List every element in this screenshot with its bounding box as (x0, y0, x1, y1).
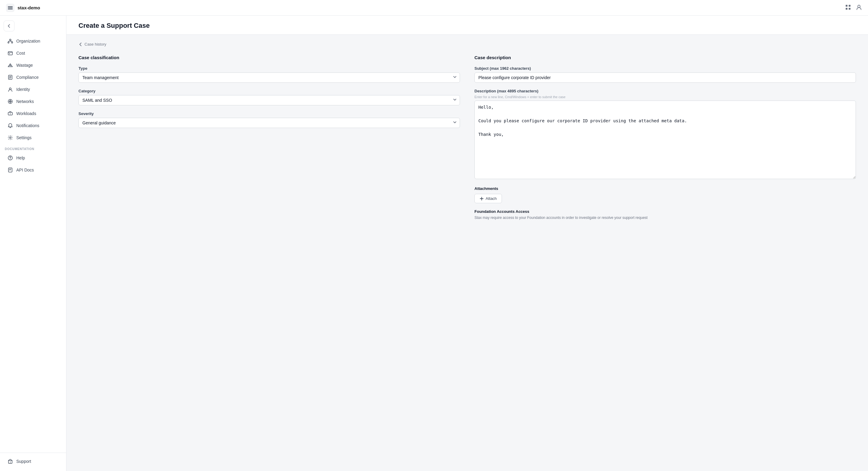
type-select[interactable]: Team management Billing Technical Other (79, 72, 460, 83)
sidebar-item-label: API Docs (16, 168, 34, 172)
page-body: Case history Case classification Type Te… (66, 35, 868, 228)
sidebar-item-label: Compliance (16, 75, 39, 80)
main-content: Create a Support Case Case history Case … (66, 16, 868, 471)
svg-rect-4 (849, 8, 850, 10)
attachments-section: Attachments Attach (474, 186, 856, 203)
identity-icon (7, 86, 13, 92)
sidebar-section-documentation: DOCUMENTATION (0, 144, 66, 152)
back-link[interactable]: Case history (79, 42, 856, 47)
category-label: Category (79, 89, 460, 93)
settings-icon (7, 135, 13, 141)
grid-icon[interactable] (845, 4, 851, 11)
svg-rect-9 (8, 52, 12, 55)
sidebar-item-label: Organization (16, 39, 40, 43)
svg-point-7 (8, 42, 9, 43)
svg-point-18 (10, 159, 10, 160)
type-label: Type (79, 66, 460, 71)
foundation-section: Foundation Accounts Access Stax may requ… (474, 209, 856, 220)
severity-field: Severity General guidance Low Medium Hig… (79, 111, 460, 128)
back-link-label: Case history (85, 42, 106, 47)
severity-select-wrapper: General guidance Low Medium High Critica… (79, 118, 460, 128)
cost-icon (7, 50, 13, 56)
svg-rect-10 (9, 54, 10, 54)
sidebar-item-support[interactable]: Support (2, 455, 64, 467)
sidebar-item-cost[interactable]: Cost (2, 48, 64, 59)
user-icon[interactable] (856, 4, 862, 11)
attach-button[interactable]: Attach (474, 194, 502, 203)
networks-icon (7, 98, 13, 105)
sidebar-back-button[interactable] (4, 21, 14, 31)
page-header: Create a Support Case (66, 16, 868, 35)
form-grid: Case classification Type Team management… (79, 55, 856, 220)
support-icon (7, 458, 13, 464)
sidebar-item-label: Support (16, 459, 31, 464)
app-logo (6, 4, 14, 12)
svg-point-12 (9, 88, 11, 90)
sidebar-item-label: Help (16, 155, 25, 160)
svg-rect-1 (846, 5, 847, 7)
sidebar-item-networks[interactable]: Networks (2, 96, 64, 107)
wastage-icon (7, 62, 13, 68)
severity-select[interactable]: General guidance Low Medium High Critica… (79, 118, 460, 128)
category-field: Category SAML and SSO General Access Oth… (79, 89, 460, 106)
attachments-label: Attachments (474, 186, 856, 191)
svg-point-8 (11, 42, 13, 43)
workloads-icon (7, 111, 13, 117)
api-docs-icon (7, 167, 13, 173)
description-label: Description (max 4895 characters) (474, 89, 856, 93)
classification-section: Case classification Type Team management… (79, 55, 460, 220)
notifications-icon (7, 123, 13, 128)
description-section: Case description Subject (max 1962 chara… (474, 55, 856, 220)
sidebar-item-label: Cost (16, 51, 25, 56)
svg-point-5 (858, 5, 860, 7)
foundation-text: Stax may require access to your Foundati… (474, 215, 856, 220)
description-title: Case description (474, 55, 856, 60)
attach-button-label: Attach (486, 196, 497, 201)
sidebar-item-wastage[interactable]: Wastage (2, 59, 64, 71)
subject-field: Subject (max 1962 characters) (474, 66, 856, 83)
sidebar-item-settings[interactable]: Settings (2, 132, 64, 143)
sidebar-item-api-docs[interactable]: API Docs (2, 164, 64, 176)
svg-rect-3 (846, 8, 847, 10)
layout: Organization Cost Wastage (0, 16, 868, 471)
sidebar-item-label: Wastage (16, 63, 33, 68)
sidebar-item-label: Settings (16, 135, 32, 140)
back-chevron-icon (79, 42, 83, 47)
svg-point-6 (10, 39, 11, 41)
sidebar-item-notifications[interactable]: Notifications (2, 120, 64, 131)
topbar-left: stax-demo (6, 4, 40, 12)
page-title: Create a Support Case (79, 22, 856, 30)
sidebar-item-help[interactable]: Help (2, 152, 64, 164)
sidebar-item-compliance[interactable]: Compliance (2, 71, 64, 83)
sidebar-bottom: Support (0, 452, 66, 467)
plus-icon (479, 197, 484, 201)
subject-input[interactable] (474, 72, 856, 83)
svg-rect-2 (849, 5, 850, 7)
sidebar-item-identity[interactable]: Identity (2, 84, 64, 95)
type-field: Type Team management Billing Technical O… (79, 66, 460, 83)
topbar: stax-demo (0, 0, 868, 16)
description-field: Description (max 4895 characters) Enter … (474, 89, 856, 180)
type-select-wrapper: Team management Billing Technical Other (79, 72, 460, 83)
sidebar-item-workloads[interactable]: Workloads (2, 108, 64, 119)
severity-label: Severity (79, 111, 460, 116)
sidebar-item-organization[interactable]: Organization (2, 35, 64, 47)
sidebar-item-label: Networks (16, 99, 34, 104)
sidebar-item-label: Notifications (16, 123, 39, 128)
foundation-label: Foundation Accounts Access (474, 209, 856, 214)
category-select[interactable]: SAML and SSO General Access Other (79, 95, 460, 106)
sidebar: Organization Cost Wastage (0, 16, 66, 471)
sidebar-item-label: Identity (16, 87, 30, 92)
category-select-wrapper: SAML and SSO General Access Other (79, 95, 460, 106)
description-hint: Enter for a new line, Cmd/Windows + ente… (474, 95, 856, 99)
help-icon (7, 155, 13, 161)
app-title: stax-demo (18, 5, 40, 10)
classification-title: Case classification (79, 55, 460, 60)
compliance-icon (7, 74, 13, 80)
svg-point-16 (10, 137, 11, 139)
org-icon (7, 38, 13, 44)
sidebar-item-label: Workloads (16, 111, 36, 116)
description-textarea[interactable]: Hello, Could you please configure our co… (474, 100, 856, 179)
topbar-right (845, 4, 862, 11)
subject-label: Subject (max 1962 characters) (474, 66, 856, 71)
